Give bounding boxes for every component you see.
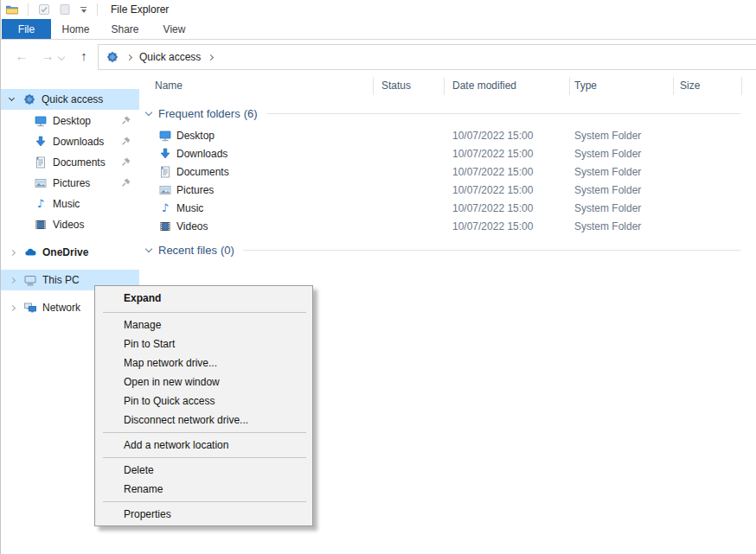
collapse-chevron-icon[interactable] [145,245,152,252]
address-bar[interactable]: Quick access [98,44,756,70]
file-row-desktop[interactable]: Desktop 10/07/2022 15:00 System Folder [139,127,756,145]
group-header-frequent-folders[interactable]: Frequent folders (6) [139,105,756,122]
chevron-right-icon[interactable] [10,304,16,310]
column-header-name[interactable]: Name [155,80,183,92]
back-icon[interactable]: ← [11,44,32,68]
sidebar-item-pictures[interactable]: Pictures [1,173,139,194]
desktop-icon [34,114,48,128]
sidebar-item-quick-access[interactable]: Quick access [1,89,139,110]
network-icon [23,301,37,315]
pictures-icon [34,176,48,190]
breadcrumb-chevron-icon[interactable] [126,54,132,60]
column-divider[interactable] [444,77,445,95]
menu-item-delete[interactable]: Delete [95,461,312,480]
documents-icon [158,165,172,179]
videos-icon [158,220,172,233]
file-row-music[interactable]: ♪ Music 10/07/2022 15:00 System Folder [139,200,756,218]
menu-item-disconnect-network-drive[interactable]: Disconnect network drive... [95,411,312,430]
file-row-pictures[interactable]: Pictures 10/07/2022 15:00 System Folder [139,181,756,200]
sidebar-item-onedrive[interactable]: OneDrive [1,242,139,263]
tab-share[interactable]: Share [100,19,150,39]
pin-icon [120,156,132,168]
menu-item-properties[interactable]: Properties [95,505,312,524]
menu-item-expand[interactable]: Expand [95,288,312,309]
chevron-right-icon[interactable] [10,277,16,283]
file-row-videos[interactable]: Videos 10/07/2022 15:00 System Folder [139,218,756,236]
sidebar-item-music[interactable]: ♪ Music [1,194,139,214]
title-bar: File Explorer [1,0,756,19]
divider [28,3,29,16]
sidebar-item-videos[interactable]: Videos [1,214,139,235]
videos-icon [34,218,48,232]
pin-icon [120,135,132,147]
group-rule [243,250,740,251]
menu-item-manage[interactable]: Manage [95,315,312,334]
column-divider[interactable] [569,77,570,95]
sidebar-item-downloads[interactable]: Downloads [1,131,139,152]
group-header-recent-files[interactable]: Recent files (0) [139,241,756,258]
quick-access-star-icon [106,50,119,64]
file-explorer-window: File Explorer File Home Share View ← → ↑… [0,0,756,554]
properties-qat-icon[interactable] [37,3,51,16]
downloads-icon [34,135,48,149]
breadcrumb-chevron-icon[interactable] [208,54,214,60]
column-divider[interactable] [673,77,674,95]
group-rule [266,113,740,114]
menu-item-map-network-drive[interactable]: Map network drive... [95,353,312,373]
music-icon: ♪ [34,197,48,211]
music-icon: ♪ [158,201,172,215]
column-header-type[interactable]: Type [574,80,597,92]
sidebar-item-documents[interactable]: Documents [1,152,139,173]
column-header-date-modified[interactable]: Date modified [452,80,516,92]
documents-icon [34,156,48,169]
new-folder-qat-icon[interactable] [58,3,72,16]
context-menu: Expand Manage Pin to Start Map network d… [94,285,313,526]
file-row-documents[interactable]: Documents 10/07/2022 15:00 System Folder [139,163,756,181]
ribbon-tab-row: File Home Share View [1,19,756,40]
sidebar-item-desktop[interactable]: Desktop [1,111,139,131]
menu-separator [103,432,306,433]
menu-item-rename[interactable]: Rename [95,480,312,499]
menu-item-add-a-network-location[interactable]: Add a network location [95,436,312,455]
onedrive-icon [23,245,37,259]
menu-item-open-in-new-window[interactable]: Open in new window [95,373,312,392]
menu-separator [103,501,306,502]
file-row-downloads[interactable]: Downloads 10/07/2022 15:00 System Folder [139,145,756,163]
customize-qat-chevron-icon[interactable] [80,7,86,13]
column-header-size[interactable]: Size [680,80,700,92]
column-divider[interactable] [741,77,742,95]
chevron-right-icon[interactable] [10,249,16,255]
tab-file[interactable]: File [2,19,51,39]
tab-view[interactable]: View [150,19,199,39]
pictures-icon [158,183,172,197]
recent-locations-chevron-icon[interactable] [58,54,65,60]
pin-icon [120,114,132,126]
explorer-logo-icon [5,3,19,16]
quick-access-star-icon [22,92,36,106]
menu-separator [103,457,306,458]
column-divider[interactable] [373,77,374,95]
divider [97,3,98,16]
pin-icon [120,176,132,188]
desktop-icon [158,129,172,143]
column-headers: Name Status Date modified Type Size [139,73,756,99]
chevron-down-icon[interactable] [9,95,15,101]
column-header-status[interactable]: Status [381,80,411,92]
collapse-chevron-icon[interactable] [145,108,152,115]
forward-icon[interactable]: → [37,44,58,68]
breadcrumb-quick-access[interactable]: Quick access [139,51,201,63]
menu-separator [103,312,306,313]
this-pc-icon [23,273,37,287]
up-icon[interactable]: ↑ [74,44,94,68]
navigation-bar: ← → ↑ Quick access [1,41,756,73]
menu-item-pin-to-start[interactable]: Pin to Start [95,334,312,353]
downloads-icon [158,147,172,161]
menu-item-pin-to-quick-access[interactable]: Pin to Quick access [95,392,312,411]
window-title: File Explorer [111,3,169,16]
tab-home[interactable]: Home [51,19,100,39]
